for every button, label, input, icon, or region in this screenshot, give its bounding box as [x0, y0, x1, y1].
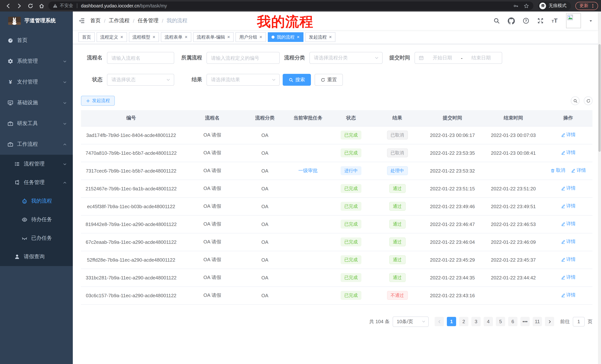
user-menu-caret-icon[interactable]	[589, 19, 593, 23]
breadcrumb-item[interactable]: 任务管理	[138, 18, 159, 24]
column-header: 流程名	[181, 110, 243, 126]
page-button[interactable]: 1	[447, 317, 456, 326]
page-button[interactable]: 11	[533, 317, 542, 326]
detail-link[interactable]: 详情	[561, 239, 576, 245]
cell-end-time: 2022-01-23 00:07:03	[483, 126, 544, 144]
sidebar-item-label: 流程管理	[24, 161, 45, 167]
result-select[interactable]: 请选择流结果	[207, 74, 280, 86]
submit-time-label: 提交时间	[389, 55, 410, 61]
prev-page-button[interactable]	[435, 317, 444, 326]
sidebar-item[interactable]: 待办任务	[0, 211, 73, 229]
sidebar-item[interactable]: 我的流程	[0, 192, 73, 211]
sidebar-item[interactable]: 系统管理	[0, 51, 73, 72]
sidebar-item[interactable]: 基础设施	[0, 92, 73, 113]
bookmark-star-icon[interactable]	[524, 3, 529, 8]
forward-icon[interactable]	[16, 3, 22, 9]
create-process-button[interactable]: 发起流程	[81, 96, 115, 106]
status-select[interactable]: 请选择状态	[107, 74, 174, 86]
app-logo[interactable]: 芋道管理系统	[0, 11, 73, 30]
close-icon[interactable]: ×	[152, 35, 155, 39]
fullscreen-icon[interactable]	[537, 18, 544, 24]
sidebar-item[interactable]: 首页	[0, 30, 73, 51]
cell-category: OA	[243, 251, 286, 269]
page-button[interactable]: 6	[508, 317, 517, 326]
table-row: ec45f38f-7b9a-11ec-b03b-acde48001122 OA …	[81, 197, 592, 215]
page-button[interactable]: 5	[496, 317, 505, 326]
toggle-search-button[interactable]	[571, 96, 580, 105]
page-button[interactable]: •••	[521, 317, 530, 326]
detail-link[interactable]: 详情	[571, 168, 586, 174]
status-badge: 已完成	[341, 131, 361, 140]
process-category-select[interactable]: 请选择流程分类	[310, 52, 383, 64]
close-icon[interactable]: ×	[260, 35, 262, 39]
detail-link[interactable]: 详情	[561, 221, 576, 227]
browser-update-button[interactable]: 更新	[575, 2, 598, 10]
cancel-link[interactable]: 取消	[550, 168, 565, 174]
submit-time-range-picker[interactable]: 开始日期 - 结束日期	[415, 52, 502, 64]
tab-label: 我的流程	[277, 32, 295, 41]
header-search-icon[interactable]	[493, 18, 500, 24]
scrollbar[interactable]	[598, 11, 601, 364]
home-icon[interactable]	[39, 3, 45, 9]
sidebar-item[interactable]: 支付管理	[0, 72, 73, 92]
status-badge: 进行中	[341, 166, 361, 175]
breadcrumb-item[interactable]: 首页	[90, 18, 101, 24]
avatar[interactable]	[566, 13, 581, 28]
address-bar[interactable]: 不安全 dashboard.yudao.iocoder.cn/bpm/task/…	[48, 1, 533, 10]
tab-active[interactable]: 我的流程 ×	[268, 32, 303, 42]
close-icon[interactable]: ×	[185, 35, 187, 39]
goto-page-input[interactable]	[573, 317, 585, 326]
hamburger-icon[interactable]	[78, 18, 85, 24]
github-icon[interactable]	[508, 17, 515, 24]
current-task-link[interactable]: 一级审批	[298, 168, 318, 173]
close-icon[interactable]: ×	[297, 35, 300, 39]
detail-link[interactable]: 详情	[561, 257, 576, 263]
page-button[interactable]: 3	[471, 317, 481, 326]
breadcrumb-item[interactable]: 工作流程	[109, 18, 130, 24]
detail-link[interactable]: 详情	[561, 274, 576, 281]
page-button[interactable]: 4	[484, 317, 493, 326]
reset-button[interactable]: 重置	[315, 74, 343, 86]
sidebar-item[interactable]: 已办任务	[0, 229, 73, 248]
close-icon[interactable]: ×	[120, 35, 123, 39]
tab-label: 首页	[82, 32, 91, 41]
font-size-icon[interactable]: TT	[551, 18, 558, 24]
tab-item[interactable]: 发起流程 ×	[305, 32, 335, 42]
cell-end-time: 2022-01-22 23:46:53	[483, 215, 544, 233]
help-icon[interactable]	[523, 18, 529, 24]
tab-item[interactable]: 流程表单-编辑 ×	[193, 32, 234, 42]
sidebar-item[interactable]: 研发工具	[0, 113, 73, 134]
reload-icon[interactable]	[28, 3, 33, 9]
back-icon[interactable]	[5, 3, 11, 9]
end-date-placeholder: 结束日期	[464, 55, 498, 61]
browser-menu-icon[interactable]	[590, 3, 595, 8]
detail-link[interactable]: 详情	[561, 292, 576, 298]
refresh-table-button[interactable]	[584, 96, 592, 105]
search-button[interactable]: 搜索	[283, 74, 311, 86]
page-size-select[interactable]: 10条/页	[393, 316, 429, 327]
process-name-input[interactable]	[107, 52, 174, 64]
next-page-button[interactable]	[545, 317, 554, 326]
action-label: 取消	[556, 168, 565, 174]
tab-item[interactable]: 流程表单 ×	[161, 32, 191, 42]
sidebar-item[interactable]: 请假查询	[0, 248, 73, 266]
close-icon[interactable]: ×	[227, 35, 230, 39]
detail-link[interactable]: 详情	[561, 150, 576, 156]
tab-item[interactable]: 流程定义 ×	[97, 32, 127, 42]
tab-item[interactable]: 流程模型 ×	[129, 32, 159, 42]
close-icon[interactable]: ×	[329, 35, 332, 39]
sidebar-item[interactable]: 任务管理	[0, 173, 73, 192]
sidebar-item[interactable]: 流程管理	[0, 155, 73, 173]
cell-category: OA	[243, 162, 286, 180]
password-key-icon[interactable]	[513, 3, 519, 8]
scrollbar-thumb[interactable]	[598, 44, 601, 152]
process-definition-input[interactable]	[207, 52, 280, 64]
detail-link[interactable]: 详情	[561, 203, 576, 210]
chevron-down-icon	[63, 162, 67, 166]
tab-item[interactable]: 用户分组 ×	[236, 32, 266, 42]
detail-link[interactable]: 详情	[561, 185, 576, 192]
tab-item[interactable]: 首页	[78, 32, 95, 42]
detail-link[interactable]: 详情	[561, 132, 576, 138]
sidebar-item[interactable]: 工作流程	[0, 134, 73, 155]
page-button[interactable]: 2	[459, 317, 468, 326]
